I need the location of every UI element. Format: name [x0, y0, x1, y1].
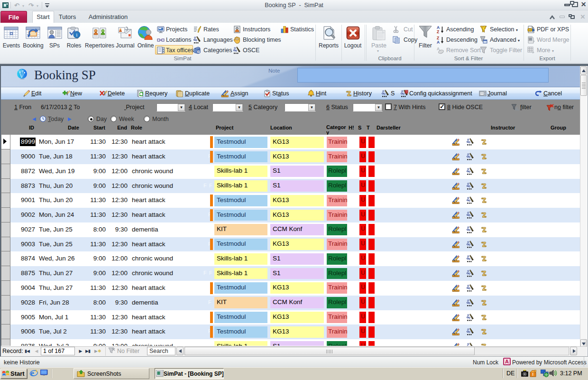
svg-text:Z: Z: [437, 29, 439, 34]
svg-text:?: ?: [198, 50, 200, 54]
svg-text:!: !: [532, 372, 533, 377]
svg-text:i: i: [76, 32, 78, 37]
svg-text:A: A: [437, 46, 440, 51]
svg-text:e: e: [30, 369, 34, 378]
svg-text:W: W: [529, 37, 532, 41]
svg-text:A: A: [437, 40, 440, 44]
